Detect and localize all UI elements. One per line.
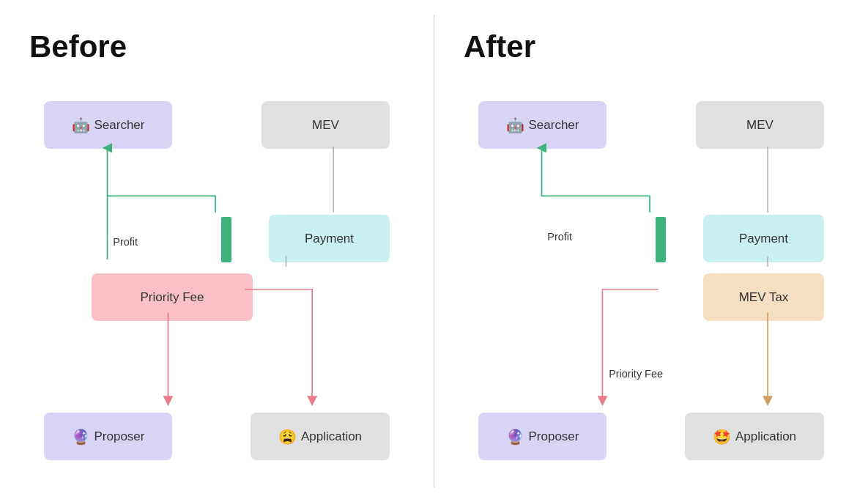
before-payment-box: Payment [269,215,390,262]
after-payment-box: Payment [703,215,824,262]
after-mev-label: MEV [746,118,774,133]
after-mev-tax-label: MEV Tax [739,290,789,305]
after-proposer-box: 🔮 Proposer [478,413,607,460]
before-payment-label: Payment [305,232,354,246]
after-panel: After 🤖 Searcher MEV Payment MEV Tax 🔮 P… [434,0,868,502]
before-application-emoji: 😩 [278,428,297,446]
page-wrapper: Before 🤖 Searcher MEV Payment Priority F… [0,0,868,502]
before-diagram: 🤖 Searcher MEV Payment Priority Fee 🔮 Pr… [29,86,404,482]
before-proposer-box: 🔮 Proposer [44,413,172,460]
after-application-emoji: 🤩 [713,428,731,446]
after-proposer-label: Proposer [529,429,579,444]
after-searcher-box: 🤖 Searcher [478,101,607,149]
before-proposer-emoji: 🔮 [72,428,90,446]
before-application-label: Application [301,429,362,444]
before-searcher-emoji: 🤖 [72,117,90,134]
after-application-label: Application [735,429,796,444]
before-priority-fee-label: Priority Fee [141,290,204,305]
after-title: After [464,29,839,64]
after-application-box: 🤩 Application [685,413,824,460]
after-payment-label: Payment [739,232,788,246]
after-searcher-label: Searcher [529,118,579,133]
before-application-box: 😩 Application [251,413,390,460]
before-panel: Before 🤖 Searcher MEV Payment Priority F… [0,0,434,502]
before-priority-fee-box: Priority Fee [92,273,253,321]
after-green-bar [656,217,666,262]
after-searcher-emoji: 🤖 [506,117,524,134]
before-mev-label: MEV [312,118,339,133]
after-mev-box: MEV [696,101,824,149]
before-mev-box: MEV [261,101,390,149]
after-mev-tax-box: MEV Tax [703,273,824,321]
before-green-bar [221,217,231,262]
before-proposer-label: Proposer [94,429,145,444]
after-diagram: 🤖 Searcher MEV Payment MEV Tax 🔮 Propose… [464,86,839,482]
before-searcher-box: 🤖 Searcher [44,101,172,149]
svg-text:Profit: Profit [547,231,572,243]
svg-text:Profit: Profit [113,236,138,248]
before-title: Before [29,29,404,64]
after-proposer-emoji: 🔮 [506,428,524,446]
svg-text:Priority Fee: Priority Fee [609,368,663,380]
before-searcher-label: Searcher [94,118,145,133]
